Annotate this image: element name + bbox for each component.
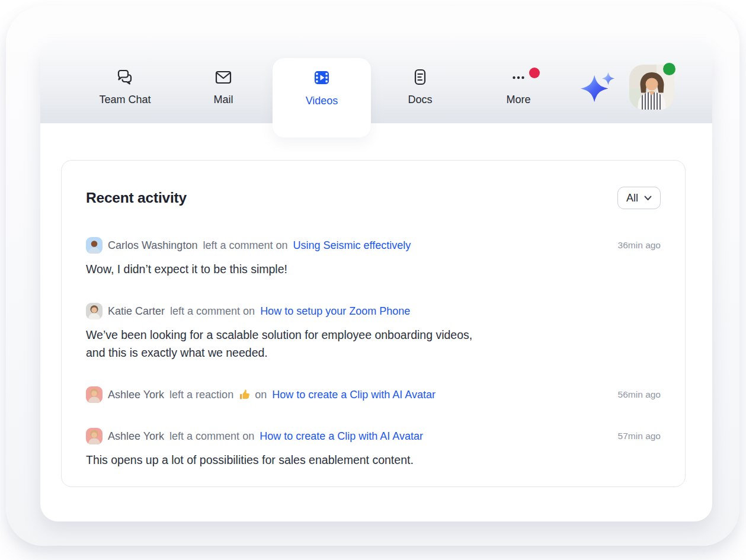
tab-mail[interactable]: Mail	[174, 43, 273, 123]
panel-header: Recent activity All	[86, 187, 661, 209]
tab-bar: Team Chat Mail	[40, 43, 712, 123]
activity-item: Carlos Washington left a comment on Usin…	[86, 237, 661, 278]
tab-team-chat[interactable]: Team Chat	[76, 43, 174, 123]
recent-activity-panel: Recent activity All	[61, 160, 686, 487]
timestamp: 36min ago	[618, 237, 661, 254]
tab-label-mail: Mail	[213, 94, 233, 106]
tab-strip: Team Chat Mail	[40, 43, 568, 123]
thumbs-up-reaction-icon	[238, 389, 250, 401]
video-clip-icon	[311, 67, 332, 88]
video-link[interactable]: Using Seismic effectively	[293, 237, 411, 254]
filter-value: All	[626, 192, 638, 204]
avatar-carlos-washington	[86, 237, 103, 254]
actor-name: Ashlee York	[108, 428, 164, 444]
notification-badge	[529, 68, 540, 78]
tab-videos-active[interactable]: Videos	[273, 58, 371, 137]
tab-docs[interactable]: Docs	[371, 43, 469, 123]
activity-item-header: Carlos Washington left a comment on Usin…	[86, 237, 661, 254]
ai-companion-sparkle-icon[interactable]	[579, 70, 616, 104]
activity-item-header: Ashlee York left a comment on How to cre…	[86, 428, 661, 444]
actor-name: Katie Carter	[108, 303, 165, 319]
actor-name: Ashlee York	[108, 386, 164, 403]
avatar-ashlee-york	[86, 386, 103, 403]
envelope-icon	[213, 66, 234, 88]
comment-text: This opens up a lot of possibilities for…	[86, 451, 661, 469]
filter-dropdown[interactable]: All	[617, 187, 661, 209]
avatar-ashlee-york	[86, 428, 103, 444]
video-link[interactable]: How to setup your Zoom Phone	[260, 303, 410, 319]
activity-item: Ashlee York left a comment on How to cre…	[86, 428, 661, 469]
action-text: left a comment on	[203, 237, 287, 254]
comment-text: Wow, I didn’t expect it to be this simpl…	[86, 260, 661, 278]
activity-item: Ashlee York left a reaction on How to cr…	[86, 386, 661, 403]
activity-item: Katie Carter left a comment on How to se…	[86, 303, 661, 361]
tab-label-docs: Docs	[408, 94, 432, 106]
action-text: left a comment on	[169, 428, 254, 444]
timestamp: 57min ago	[618, 428, 661, 444]
avatar-katie-carter	[86, 303, 103, 319]
action-text: left a reaction	[169, 386, 233, 403]
presence-indicator	[663, 63, 675, 75]
tab-label-videos: Videos	[306, 95, 338, 107]
chat-bubbles-icon	[114, 66, 136, 88]
tab-bar-right-cluster	[579, 43, 712, 123]
user-avatar[interactable]	[629, 65, 674, 110]
actor-name: Carlos Washington	[108, 237, 197, 254]
action-text: left a comment on	[170, 303, 255, 319]
tab-more[interactable]: More	[469, 43, 568, 123]
video-link[interactable]: How to create a Clip with AI Avatar	[260, 428, 423, 444]
timestamp: 56min ago	[618, 386, 661, 403]
activity-list: Carlos Washington left a comment on Usin…	[86, 237, 661, 469]
app-window: Team Chat Mail	[40, 43, 712, 521]
chevron-down-icon	[644, 196, 652, 201]
tab-label-team-chat: Team Chat	[99, 94, 151, 106]
ellipsis-icon	[508, 66, 529, 88]
activity-item-header: Ashlee York left a reaction on How to cr…	[86, 386, 661, 403]
document-icon	[409, 66, 431, 88]
video-link[interactable]: How to create a Clip with AI Avatar	[272, 386, 436, 403]
screenshot-stage: Team Chat Mail	[0, 0, 746, 560]
comment-text: We’ve been looking for a scalable soluti…	[86, 326, 661, 361]
action-text: on	[255, 386, 267, 403]
tab-label-more: More	[506, 94, 530, 106]
activity-item-header: Katie Carter left a comment on How to se…	[86, 303, 661, 319]
panel-title: Recent activity	[86, 190, 187, 206]
outer-card: Team Chat Mail	[6, 6, 739, 546]
